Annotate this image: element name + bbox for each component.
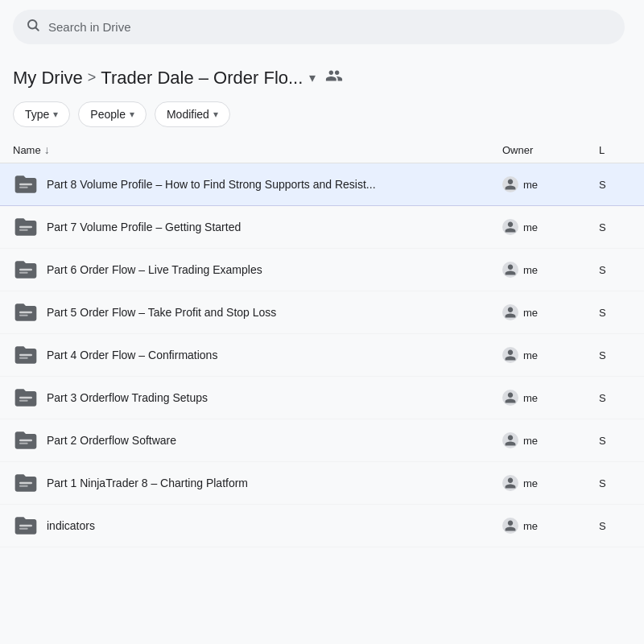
people-filter-label: People (90, 108, 126, 121)
search-input[interactable]: Search in Drive (48, 20, 612, 34)
table-row[interactable]: indicators me S (0, 505, 644, 547)
last-modified: S (599, 435, 631, 447)
file-icon-area: Part 5 Order Flow – Take Profit and Stop… (13, 299, 502, 325)
owner-area: me (502, 475, 599, 491)
svg-rect-12 (19, 397, 32, 399)
folder-icon (13, 385, 39, 411)
file-icon-area: indicators (13, 513, 502, 539)
owner-area: me (502, 219, 599, 235)
name-column-header[interactable]: Name ↓ (13, 143, 502, 156)
svg-rect-16 (19, 482, 32, 485)
table-row[interactable]: Part 1 NinjaTrader 8 – Charting Platform… (0, 462, 644, 505)
people-icon[interactable] (325, 67, 343, 89)
svg-rect-6 (19, 269, 32, 271)
svg-rect-10 (19, 354, 32, 357)
file-name: Part 4 Order Flow – Confirmations (47, 349, 217, 361)
file-icon-area: Part 6 Order Flow – Live Trading Example… (13, 257, 502, 283)
table-row[interactable]: Part 3 Orderflow Trading Setups me S (0, 377, 644, 419)
owner-name: me (523, 307, 538, 319)
svg-rect-7 (19, 272, 28, 274)
svg-rect-19 (19, 528, 28, 530)
folder-icon (13, 171, 39, 197)
folder-icon (13, 214, 39, 240)
type-filter-button[interactable]: Type ▾ (13, 101, 70, 127)
owner-name: me (523, 349, 538, 361)
owner-name: me (523, 435, 538, 447)
svg-rect-17 (19, 485, 28, 487)
owner-avatar (502, 176, 518, 192)
owner-area: me (502, 347, 599, 363)
owner-name: me (523, 179, 538, 191)
file-list: Part 8 Volume Profile – How to Find Stro… (0, 163, 644, 547)
chevron-down-icon[interactable]: ▾ (309, 70, 316, 85)
owner-avatar (502, 432, 518, 448)
table-row[interactable]: Part 2 Orderflow Software me S (0, 419, 644, 462)
owner-avatar (502, 304, 518, 320)
svg-rect-9 (19, 315, 28, 316)
search-icon (26, 18, 40, 36)
svg-rect-2 (19, 184, 32, 186)
people-filter-button[interactable]: People ▾ (78, 101, 147, 127)
type-filter-chevron: ▾ (53, 109, 58, 120)
owner-area: me (502, 262, 599, 278)
modified-filter-button[interactable]: Modified ▾ (155, 101, 230, 127)
last-modified: S (599, 179, 631, 191)
owner-area: me (502, 304, 599, 320)
file-name: Part 3 Orderflow Trading Setups (47, 391, 208, 404)
last-modified: S (599, 221, 631, 233)
file-name: Part 5 Order Flow – Take Profit and Stop… (47, 306, 276, 319)
search-bar[interactable]: Search in Drive (13, 10, 625, 44)
file-name: Part 7 Volume Profile – Getting Started (47, 221, 241, 233)
last-column-header: L (599, 144, 631, 156)
file-icon-area: Part 7 Volume Profile – Getting Started (13, 214, 502, 240)
table-row[interactable]: Part 4 Order Flow – Confirmations me S (0, 334, 644, 377)
svg-rect-14 (19, 440, 32, 442)
top-bar: Search in Drive (0, 0, 644, 54)
folder-icon (13, 513, 39, 539)
last-modified: S (599, 264, 631, 276)
breadcrumb-my-drive[interactable]: My Drive (13, 68, 83, 89)
table-row[interactable]: Part 7 Volume Profile – Getting Started … (0, 206, 644, 249)
last-modified: S (599, 392, 631, 404)
type-filter-label: Type (25, 108, 49, 121)
svg-rect-4 (19, 226, 32, 229)
table-row[interactable]: Part 5 Order Flow – Take Profit and Stop… (0, 291, 644, 334)
file-icon-area: Part 4 Order Flow – Confirmations (13, 342, 502, 368)
owner-avatar (502, 518, 518, 534)
last-modified: S (599, 477, 631, 489)
breadcrumb: My Drive > Trader Dale – Order Flo... ▾ (0, 54, 644, 95)
file-name: Part 6 Order Flow – Live Trading Example… (47, 263, 262, 276)
folder-icon (13, 299, 39, 325)
table-header: Name ↓ Owner L (0, 137, 644, 163)
last-modified: S (599, 520, 631, 532)
svg-line-1 (35, 27, 38, 30)
folder-icon (13, 470, 39, 496)
sort-icon: ↓ (44, 143, 50, 156)
svg-rect-5 (19, 229, 28, 231)
file-name: indicators (47, 519, 95, 532)
file-name: Part 2 Orderflow Software (47, 434, 176, 447)
file-icon-area: Part 8 Volume Profile – How to Find Stro… (13, 171, 502, 197)
file-icon-area: Part 3 Orderflow Trading Setups (13, 385, 502, 411)
file-icon-area: Part 2 Orderflow Software (13, 427, 502, 453)
owner-area: me (502, 432, 599, 448)
owner-avatar (502, 262, 518, 278)
folder-icon (13, 427, 39, 453)
svg-rect-11 (19, 357, 28, 359)
filter-bar: Type ▾ People ▾ Modified ▾ (0, 95, 644, 137)
table-row[interactable]: Part 8 Volume Profile – How to Find Stro… (0, 163, 644, 206)
file-icon-area: Part 1 NinjaTrader 8 – Charting Platform (13, 470, 502, 496)
svg-rect-8 (19, 312, 32, 314)
file-name: Part 8 Volume Profile – How to Find Stro… (47, 178, 376, 191)
table-row[interactable]: Part 6 Order Flow – Live Trading Example… (0, 249, 644, 291)
svg-rect-18 (19, 525, 32, 527)
owner-name: me (523, 392, 538, 404)
owner-avatar (502, 390, 518, 406)
svg-rect-3 (19, 187, 28, 188)
breadcrumb-current-folder[interactable]: Trader Dale – Order Flo... (101, 68, 303, 89)
breadcrumb-separator: > (88, 69, 97, 86)
last-modified: S (599, 307, 631, 319)
owner-avatar (502, 219, 518, 235)
owner-avatar (502, 475, 518, 491)
owner-name: me (523, 264, 538, 276)
